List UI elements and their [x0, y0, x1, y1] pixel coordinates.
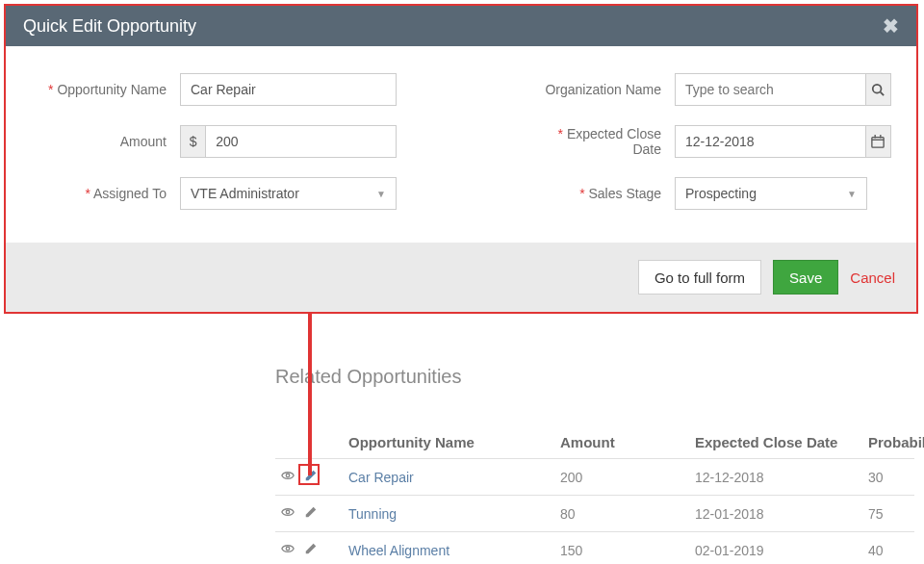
- svg-line-1: [881, 92, 885, 96]
- svg-rect-4: [875, 135, 876, 139]
- sales-stage-select[interactable]: Prospecting ▼: [675, 177, 867, 210]
- quick-edit-modal: Quick Edit Opportunity ✖ Opportunity Nam…: [4, 4, 918, 314]
- organization-name-input[interactable]: [675, 73, 866, 106]
- eye-icon[interactable]: [281, 469, 295, 485]
- modal-header: Quick Edit Opportunity ✖: [6, 6, 916, 46]
- amount-input[interactable]: [205, 125, 397, 158]
- svg-point-0: [873, 85, 882, 93]
- cell-amount: 200: [554, 459, 689, 496]
- expected-close-date-input[interactable]: [675, 125, 866, 158]
- eye-icon[interactable]: [281, 505, 295, 522]
- svg-point-6: [286, 474, 290, 477]
- label-organization-name: Organization Name: [540, 82, 675, 97]
- currency-prefix: $: [180, 125, 205, 158]
- label-sales-stage: Sales Stage: [540, 186, 675, 201]
- cell-close-date: 02-01-2019: [689, 532, 862, 565]
- calendar-icon[interactable]: [866, 125, 891, 158]
- cell-probability: 30: [862, 459, 914, 496]
- modal-body: Opportunity Name Organization Name Amoun…: [6, 46, 916, 243]
- modal-footer: Go to full form Save Cancel: [6, 243, 916, 312]
- opportunity-name-input[interactable]: [180, 73, 397, 106]
- svg-point-7: [286, 510, 290, 514]
- table-row: Car Repair 200 12-12-2018 30: [275, 459, 914, 496]
- opportunity-link[interactable]: Tunning: [348, 506, 397, 522]
- annotation-highlight: [298, 464, 320, 485]
- assigned-to-value: VTE Administrator: [191, 186, 299, 201]
- col-probability: Probability: [862, 426, 914, 459]
- svg-point-8: [286, 547, 290, 551]
- label-assigned-to: Assigned To: [31, 186, 180, 201]
- related-title: Related Opportunities: [275, 366, 914, 388]
- col-name: Opportunity Name: [343, 426, 554, 459]
- eye-icon[interactable]: [281, 542, 295, 558]
- pencil-icon[interactable]: [304, 505, 318, 522]
- chevron-down-icon: ▼: [847, 189, 857, 199]
- cancel-button[interactable]: Cancel: [850, 269, 895, 286]
- related-table: Opportunity Name Amount Expected Close D…: [275, 426, 914, 564]
- opportunity-link[interactable]: Car Repair: [348, 470, 414, 485]
- table-row: Wheel Alignment 150 02-01-2019 40: [275, 532, 914, 565]
- related-opportunities-section: Related Opportunities Opportunity Name A…: [275, 366, 914, 564]
- col-amount: Amount: [554, 426, 689, 459]
- go-to-full-form-button[interactable]: Go to full form: [638, 260, 761, 295]
- chevron-down-icon: ▼: [376, 189, 386, 199]
- search-icon[interactable]: [866, 73, 891, 106]
- modal-title: Quick Edit Opportunity: [23, 6, 196, 46]
- cell-probability: 75: [862, 496, 914, 532]
- cell-close-date: 12-01-2018: [689, 496, 862, 532]
- table-row: Tunning 80 12-01-2018 75: [275, 496, 914, 532]
- label-expected-close-date: Expected Close Date: [540, 126, 675, 157]
- cell-amount: 150: [554, 532, 689, 565]
- annotation-line: [308, 302, 312, 475]
- label-amount: Amount: [31, 134, 180, 149]
- sales-stage-value: Prospecting: [685, 186, 757, 201]
- col-close-date: Expected Close Date: [689, 426, 862, 459]
- cell-close-date: 12-12-2018: [689, 459, 862, 496]
- svg-rect-2: [872, 138, 884, 148]
- cell-amount: 80: [554, 496, 689, 532]
- label-opportunity-name: Opportunity Name: [31, 82, 180, 97]
- opportunity-link[interactable]: Wheel Alignment: [348, 543, 449, 558]
- assigned-to-select[interactable]: VTE Administrator ▼: [180, 177, 397, 210]
- pencil-icon[interactable]: [304, 542, 318, 558]
- close-icon[interactable]: ✖: [883, 6, 899, 46]
- save-button[interactable]: Save: [773, 260, 838, 295]
- svg-rect-5: [881, 135, 882, 139]
- cell-probability: 40: [862, 532, 914, 565]
